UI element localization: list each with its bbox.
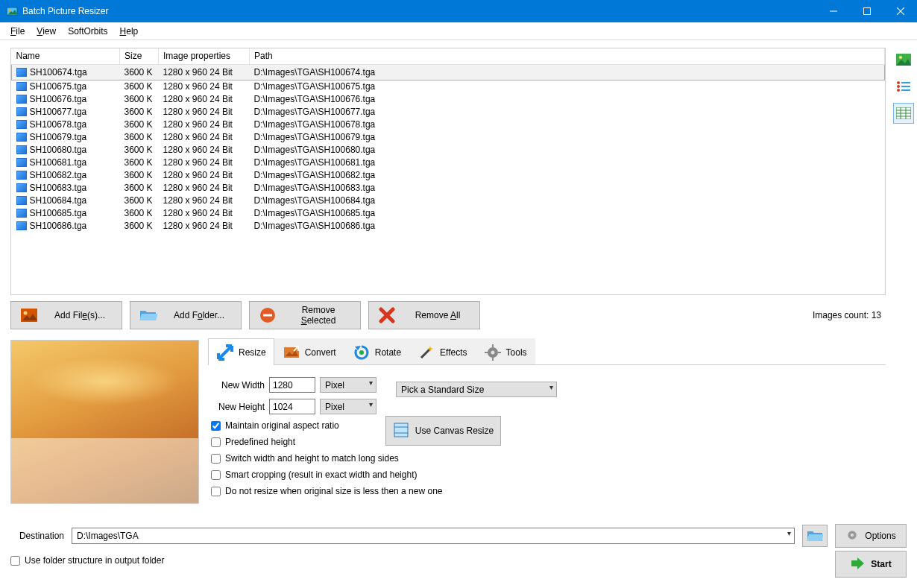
table-row[interactable]: SH100675.tga3600 K1280 x 960 24 BitD:\Im… — [12, 80, 885, 92]
canvas-icon — [393, 422, 409, 440]
images-count-label: Images count: 13 — [813, 310, 881, 320]
resize-icon — [216, 344, 234, 361]
table-row[interactable]: SH100679.tga3600 K1280 x 960 24 BitD:\Im… — [12, 130, 885, 143]
browse-destination-button[interactable] — [802, 525, 828, 547]
rotate-icon — [353, 344, 371, 361]
height-unit-select[interactable]: Pixel — [320, 399, 376, 414]
window-minimize-button[interactable] — [816, 0, 850, 22]
add-folder-button[interactable]: Add Folder... — [130, 301, 242, 329]
tab-resize[interactable]: Resize — [208, 338, 274, 365]
view-list-button[interactable] — [893, 76, 914, 97]
use-folder-structure-checkbox[interactable] — [10, 556, 20, 566]
svg-rect-31 — [901, 89, 910, 91]
col-name[interactable]: Name — [12, 48, 120, 64]
new-height-label: New Height — [211, 402, 265, 412]
remove-selected-button[interactable]: Remove Selected — [249, 301, 361, 329]
maintain-aspect-checkbox[interactable] — [211, 421, 221, 431]
app-icon — [6, 5, 18, 17]
table-row[interactable]: SH100674.tga3600 K1280 x 960 24 BitD:\Im… — [12, 64, 885, 80]
table-row[interactable]: SH100685.tga3600 K1280 x 960 24 BitD:\Im… — [12, 206, 885, 219]
svg-rect-21 — [394, 423, 408, 437]
switch-sides-label: Switch width and height to match long si… — [225, 453, 399, 464]
predefined-height-label: Predefined height — [225, 437, 295, 447]
new-height-input[interactable] — [269, 399, 315, 414]
menu-softorbits[interactable]: SoftOrbits — [62, 25, 113, 38]
svg-rect-29 — [901, 86, 910, 87]
destination-input[interactable] — [72, 528, 795, 544]
table-row[interactable]: SH100681.tga3600 K1280 x 960 24 BitD:\Im… — [12, 156, 885, 168]
svg-rect-27 — [901, 82, 910, 83]
window-maximize-button[interactable] — [850, 0, 883, 22]
smart-cropping-checkbox[interactable] — [211, 470, 221, 480]
svg-point-28 — [897, 85, 900, 88]
no-resize-smaller-label: Do not resize when original size is less… — [225, 486, 443, 496]
table-row[interactable]: SH100677.tga3600 K1280 x 960 24 BitD:\Im… — [12, 105, 885, 118]
table-row[interactable]: SH100680.tga3600 K1280 x 960 24 BitD:\Im… — [12, 143, 885, 156]
svg-point-26 — [897, 81, 900, 84]
no-resize-smaller-checkbox[interactable] — [211, 487, 221, 496]
play-icon — [850, 557, 865, 572]
table-row[interactable]: SH100682.tga3600 K1280 x 960 24 BitD:\Im… — [12, 168, 885, 181]
maintain-aspect-label: Maintain original aspect ratio — [225, 420, 339, 431]
table-row[interactable]: SH100683.tga3600 K1280 x 960 24 BitD:\Im… — [12, 181, 885, 194]
window-close-button[interactable] — [883, 0, 917, 22]
svg-rect-17 — [492, 344, 494, 347]
col-path[interactable]: Path — [250, 48, 885, 64]
svg-point-39 — [851, 533, 854, 536]
svg-point-25 — [899, 56, 902, 59]
file-list[interactable]: Name Size Image properties Path SH100674… — [10, 48, 886, 295]
remove-circle-icon — [259, 306, 277, 324]
switch-sides-checkbox[interactable] — [211, 454, 221, 464]
svg-point-30 — [897, 89, 900, 92]
menu-help[interactable]: Help — [114, 25, 145, 38]
new-width-label: New Width — [211, 380, 265, 391]
remove-x-icon — [378, 306, 396, 324]
tab-bar: Resize Convert Rotate Effects — [208, 335, 886, 365]
table-row[interactable]: SH100678.tga3600 K1280 x 960 24 BitD:\Im… — [12, 118, 885, 130]
start-button[interactable]: Start — [835, 551, 907, 578]
picture-plus-icon — [20, 306, 38, 324]
view-rail — [890, 40, 917, 522]
table-row[interactable]: SH100684.tga3600 K1280 x 960 24 BitD:\Im… — [12, 194, 885, 206]
svg-line-14 — [421, 349, 430, 358]
preview-image — [10, 340, 199, 504]
window-titlebar: Batch Picture Resizer — [0, 0, 917, 22]
menu-view[interactable]: View — [31, 25, 62, 38]
view-details-button[interactable] — [893, 103, 914, 124]
svg-rect-9 — [263, 314, 272, 317]
col-size[interactable]: Size — [120, 48, 159, 64]
col-props[interactable]: Image properties — [159, 48, 250, 64]
smart-cropping-label: Smart cropping (result in exact width an… — [225, 470, 417, 480]
convert-icon — [283, 344, 300, 361]
use-folder-structure-label: Use folder structure in output folder — [25, 555, 164, 566]
svg-point-7 — [24, 312, 28, 315]
view-thumbnails-button[interactable] — [893, 49, 914, 70]
wand-icon — [417, 344, 435, 361]
new-width-input[interactable] — [269, 377, 315, 393]
menu-bar: File View SoftOrbits Help — [0, 22, 917, 40]
svg-rect-19 — [485, 352, 488, 353]
gear-icon — [845, 528, 859, 544]
table-row[interactable]: SH100676.tga3600 K1280 x 960 24 BitD:\Im… — [12, 92, 885, 105]
add-files-button[interactable]: Add File(s)... — [10, 301, 122, 329]
gear-icon — [484, 344, 502, 361]
width-unit-select[interactable]: Pixel — [320, 377, 376, 393]
svg-point-13 — [359, 350, 364, 355]
options-button[interactable]: Options — [835, 524, 907, 548]
folder-open-icon — [139, 306, 157, 324]
tab-rotate[interactable]: Rotate — [344, 338, 409, 365]
remove-all-button[interactable]: Remove All — [368, 301, 480, 329]
svg-rect-20 — [498, 352, 501, 353]
menu-file[interactable]: File — [4, 25, 31, 38]
canvas-resize-button[interactable]: Use Canvas Resize — [385, 416, 501, 446]
svg-point-16 — [491, 350, 494, 354]
standard-size-select[interactable]: Pick a Standard Size — [396, 382, 557, 397]
predefined-height-checkbox[interactable] — [211, 437, 221, 447]
window-title: Batch Picture Resizer — [22, 6, 108, 16]
tab-convert[interactable]: Convert — [274, 338, 344, 365]
tab-tools[interactable]: Tools — [476, 338, 535, 365]
svg-rect-3 — [863, 8, 870, 15]
table-row[interactable]: SH100686.tga3600 K1280 x 960 24 BitD:\Im… — [12, 219, 885, 232]
svg-point-1 — [9, 10, 11, 12]
tab-effects[interactable]: Effects — [409, 338, 475, 365]
